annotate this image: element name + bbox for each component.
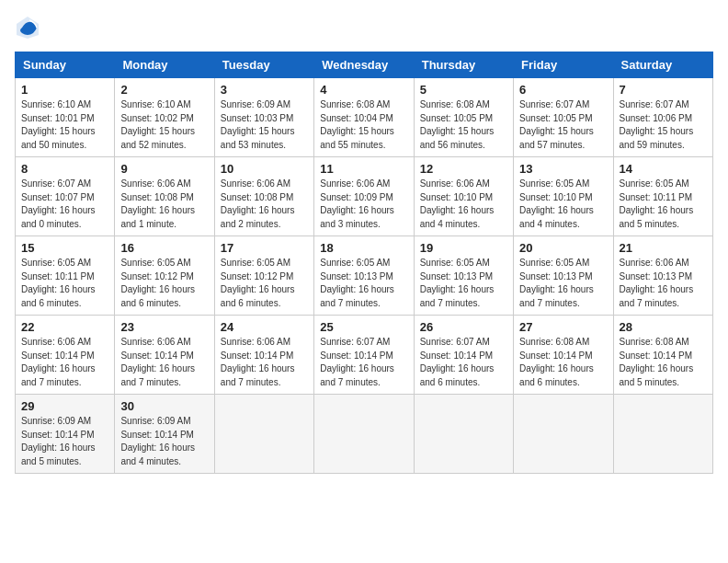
calendar-week-0: 1Sunrise: 6:10 AM Sunset: 10:01 PM Dayli… <box>16 78 713 157</box>
day-number: 29 <box>21 399 108 413</box>
day-info: Sunrise: 6:05 AM Sunset: 10:13 PM Daylig… <box>420 257 507 310</box>
calendar-cell: 22Sunrise: 6:06 AM Sunset: 10:14 PM Dayl… <box>16 316 115 395</box>
day-number: 23 <box>120 320 208 334</box>
header-tuesday: Tuesday <box>214 52 313 78</box>
day-number: 18 <box>320 241 407 255</box>
day-number: 25 <box>320 320 407 334</box>
day-info: Sunrise: 6:05 AM Sunset: 10:13 PM Daylig… <box>320 257 407 310</box>
calendar-week-4: 29Sunrise: 6:09 AM Sunset: 10:14 PM Dayl… <box>16 395 713 474</box>
calendar-cell: 28Sunrise: 6:08 AM Sunset: 10:14 PM Dayl… <box>613 316 712 395</box>
day-info: Sunrise: 6:09 AM Sunset: 10:14 PM Daylig… <box>120 415 208 468</box>
calendar-cell <box>613 395 712 474</box>
calendar-cell: 18Sunrise: 6:05 AM Sunset: 10:13 PM Dayl… <box>314 236 414 316</box>
day-info: Sunrise: 6:05 AM Sunset: 10:11 PM Daylig… <box>21 257 108 310</box>
calendar-week-1: 8Sunrise: 6:07 AM Sunset: 10:07 PM Dayli… <box>16 157 713 236</box>
day-number: 9 <box>120 162 208 176</box>
calendar-cell: 16Sunrise: 6:05 AM Sunset: 10:12 PM Dayl… <box>115 236 214 316</box>
day-number: 2 <box>120 83 208 97</box>
calendar-cell: 15Sunrise: 6:05 AM Sunset: 10:11 PM Dayl… <box>16 236 115 316</box>
calendar-cell: 4Sunrise: 6:08 AM Sunset: 10:04 PM Dayli… <box>314 78 414 157</box>
day-number: 21 <box>620 241 707 255</box>
calendar-cell: 5Sunrise: 6:08 AM Sunset: 10:05 PM Dayli… <box>414 78 513 157</box>
day-number: 6 <box>519 83 607 97</box>
day-number: 10 <box>221 162 308 176</box>
calendar-cell: 24Sunrise: 6:06 AM Sunset: 10:14 PM Dayl… <box>214 316 313 395</box>
header-thursday: Thursday <box>414 52 513 78</box>
calendar-cell <box>514 395 613 474</box>
day-info: Sunrise: 6:05 AM Sunset: 10:10 PM Daylig… <box>519 178 607 231</box>
page-header <box>15 15 713 40</box>
calendar-cell: 9Sunrise: 6:06 AM Sunset: 10:08 PM Dayli… <box>115 157 214 236</box>
day-info: Sunrise: 6:10 AM Sunset: 10:02 PM Daylig… <box>120 98 208 152</box>
calendar-cell: 10Sunrise: 6:06 AM Sunset: 10:08 PM Dayl… <box>214 157 313 236</box>
calendar-cell: 2Sunrise: 6:10 AM Sunset: 10:02 PM Dayli… <box>115 78 214 157</box>
day-info: Sunrise: 6:06 AM Sunset: 10:08 PM Daylig… <box>120 178 208 231</box>
day-info: Sunrise: 6:05 AM Sunset: 10:13 PM Daylig… <box>519 257 607 310</box>
day-info: Sunrise: 6:06 AM Sunset: 10:14 PM Daylig… <box>120 336 208 389</box>
calendar-cell: 11Sunrise: 6:06 AM Sunset: 10:09 PM Dayl… <box>314 157 414 236</box>
day-info: Sunrise: 6:09 AM Sunset: 10:14 PM Daylig… <box>21 415 108 468</box>
day-number: 8 <box>21 162 108 176</box>
calendar-cell: 25Sunrise: 6:07 AM Sunset: 10:14 PM Dayl… <box>314 316 414 395</box>
header-monday: Monday <box>115 52 214 78</box>
day-number: 3 <box>221 83 308 97</box>
day-info: Sunrise: 6:10 AM Sunset: 10:01 PM Daylig… <box>21 98 108 152</box>
header-saturday: Saturday <box>613 52 712 78</box>
calendar-cell: 3Sunrise: 6:09 AM Sunset: 10:03 PM Dayli… <box>214 78 313 157</box>
day-info: Sunrise: 6:08 AM Sunset: 10:04 PM Daylig… <box>320 98 407 152</box>
calendar-cell: 7Sunrise: 6:07 AM Sunset: 10:06 PM Dayli… <box>613 78 712 157</box>
day-number: 5 <box>420 83 507 97</box>
day-number: 16 <box>120 241 208 255</box>
day-number: 14 <box>620 162 707 176</box>
calendar-cell <box>214 395 313 474</box>
calendar-cell: 6Sunrise: 6:07 AM Sunset: 10:05 PM Dayli… <box>514 78 613 157</box>
day-number: 30 <box>120 399 208 413</box>
day-info: Sunrise: 6:08 AM Sunset: 10:14 PM Daylig… <box>519 336 607 389</box>
day-number: 4 <box>320 83 407 97</box>
day-info: Sunrise: 6:09 AM Sunset: 10:03 PM Daylig… <box>221 98 308 152</box>
calendar-cell: 21Sunrise: 6:06 AM Sunset: 10:13 PM Dayl… <box>613 236 712 316</box>
calendar-week-2: 15Sunrise: 6:05 AM Sunset: 10:11 PM Dayl… <box>16 236 713 316</box>
day-info: Sunrise: 6:07 AM Sunset: 10:06 PM Daylig… <box>620 98 707 152</box>
day-info: Sunrise: 6:08 AM Sunset: 10:14 PM Daylig… <box>620 336 707 389</box>
day-info: Sunrise: 6:08 AM Sunset: 10:05 PM Daylig… <box>420 98 507 152</box>
day-info: Sunrise: 6:07 AM Sunset: 10:14 PM Daylig… <box>320 336 407 389</box>
logo <box>15 15 44 40</box>
day-info: Sunrise: 6:05 AM Sunset: 10:12 PM Daylig… <box>221 257 308 310</box>
calendar-table: SundayMondayTuesdayWednesdayThursdayFrid… <box>15 52 713 474</box>
day-info: Sunrise: 6:07 AM Sunset: 10:05 PM Daylig… <box>519 98 607 152</box>
day-info: Sunrise: 6:06 AM Sunset: 10:10 PM Daylig… <box>420 178 507 231</box>
day-info: Sunrise: 6:07 AM Sunset: 10:07 PM Daylig… <box>21 178 108 231</box>
day-info: Sunrise: 6:05 AM Sunset: 10:12 PM Daylig… <box>120 257 208 310</box>
calendar-cell: 27Sunrise: 6:08 AM Sunset: 10:14 PM Dayl… <box>514 316 613 395</box>
calendar-cell <box>314 395 414 474</box>
day-number: 20 <box>519 241 607 255</box>
day-info: Sunrise: 6:06 AM Sunset: 10:09 PM Daylig… <box>320 178 407 231</box>
calendar-cell: 30Sunrise: 6:09 AM Sunset: 10:14 PM Dayl… <box>115 395 214 474</box>
day-info: Sunrise: 6:05 AM Sunset: 10:11 PM Daylig… <box>620 178 707 231</box>
calendar-cell: 26Sunrise: 6:07 AM Sunset: 10:14 PM Dayl… <box>414 316 513 395</box>
calendar-cell: 29Sunrise: 6:09 AM Sunset: 10:14 PM Dayl… <box>16 395 115 474</box>
day-number: 11 <box>320 162 407 176</box>
calendar-cell: 14Sunrise: 6:05 AM Sunset: 10:11 PM Dayl… <box>613 157 712 236</box>
day-info: Sunrise: 6:06 AM Sunset: 10:13 PM Daylig… <box>620 257 707 310</box>
calendar-cell: 8Sunrise: 6:07 AM Sunset: 10:07 PM Dayli… <box>16 157 115 236</box>
day-number: 22 <box>21 320 108 334</box>
header-friday: Friday <box>514 52 613 78</box>
calendar-cell <box>414 395 513 474</box>
calendar-cell: 23Sunrise: 6:06 AM Sunset: 10:14 PM Dayl… <box>115 316 214 395</box>
calendar-cell: 1Sunrise: 6:10 AM Sunset: 10:01 PM Dayli… <box>16 78 115 157</box>
day-info: Sunrise: 6:06 AM Sunset: 10:14 PM Daylig… <box>221 336 308 389</box>
day-number: 19 <box>420 241 507 255</box>
calendar-header-row: SundayMondayTuesdayWednesdayThursdayFrid… <box>16 52 713 78</box>
day-number: 7 <box>620 83 707 97</box>
day-number: 13 <box>519 162 607 176</box>
calendar-cell: 20Sunrise: 6:05 AM Sunset: 10:13 PM Dayl… <box>514 236 613 316</box>
day-number: 28 <box>620 320 707 334</box>
day-number: 12 <box>420 162 507 176</box>
day-number: 17 <box>221 241 308 255</box>
day-number: 15 <box>21 241 108 255</box>
day-info: Sunrise: 6:06 AM Sunset: 10:08 PM Daylig… <box>221 178 308 231</box>
day-number: 24 <box>221 320 308 334</box>
calendar-cell: 13Sunrise: 6:05 AM Sunset: 10:10 PM Dayl… <box>514 157 613 236</box>
